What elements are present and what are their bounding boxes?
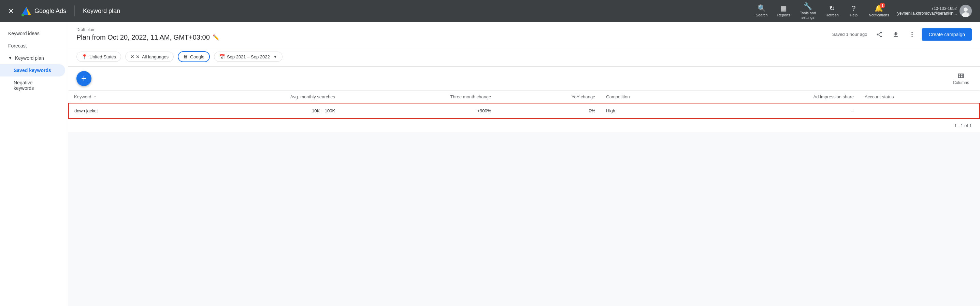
reports-nav-button[interactable]: ▦ Reports [773,2,795,19]
plan-info: Draft plan Plan from Oct 20, 2022, 11 AM… [76,27,220,41]
table-toolbar: + Columns [68,67,980,91]
cell-ad-impression: – [705,103,859,118]
date-range-filter[interactable]: 📅 Sep 2021 – Sep 2022 ▼ [214,51,283,62]
reports-icon: ▦ [780,4,787,12]
add-keyword-button[interactable]: + [76,71,91,86]
column-header-ad-impression[interactable]: Ad impression share [705,91,859,104]
avg-monthly-header-label: Avg. monthly searches [290,94,335,99]
help-nav-button[interactable]: ? Help [844,2,863,19]
language-filter[interactable]: ✕ ✕ All languages [125,51,174,62]
calendar-icon: 📅 [219,54,225,59]
more-vert-icon [909,31,915,38]
table-row[interactable]: down jacket 10K – 100K +900% 0% High – [68,103,980,118]
sort-icon: ↑ [94,95,96,99]
main-content: Draft plan Plan from Oct 20, 2022, 11 AM… [68,22,980,306]
sidebar-item-keyword-ideas-label: Keyword ideas [8,31,40,36]
search-label: Search [756,13,768,18]
svg-point-4 [964,8,968,12]
app-name: Google Ads [35,8,66,15]
cell-avg-monthly: 10K – 100K [173,103,340,118]
keyword-header-label: Keyword [74,94,91,99]
share-button[interactable] [872,28,886,41]
chevron-down-icon: ▼ [8,56,12,61]
sidebar-item-keyword-plan-label: Keyword plan [15,55,44,61]
tools-icon: 🔧 [803,2,812,10]
header-right: Saved 1 hour ago [832,28,972,41]
notification-badge: 1 [880,3,885,8]
sidebar-item-negative-keywords[interactable]: Negativekeywords [0,76,65,94]
user-email: yevheniia.khromova@serankin... [897,11,957,16]
network-filter[interactable]: 🖥 Google [178,51,210,62]
refresh-nav-button[interactable]: ↻ Refresh [821,2,843,19]
close-button[interactable]: ✕ [5,5,17,16]
sidebar-item-keyword-plan[interactable]: ▼ Keyword plan [0,52,65,64]
yoy-header-label: YoY change [571,94,595,99]
download-button[interactable] [889,28,902,41]
column-header-competition[interactable]: Competition [601,91,705,104]
share-icon [876,31,883,38]
table-area: + Columns Keyword ↑ A [68,67,980,132]
language-filter-label: All languages [142,54,169,59]
svg-point-8 [912,36,913,37]
competition-header-label: Competition [606,94,630,99]
location-icon: 📍 [81,54,88,59]
svg-point-7 [912,34,913,35]
notifications-label: Notifications [869,13,889,18]
sidebar-item-negative-keywords-label: Negativekeywords [14,80,34,91]
sidebar-item-keyword-ideas[interactable]: Keyword ideas [0,27,65,40]
search-nav-button[interactable]: 🔍 Search [752,2,772,19]
app-body: Keyword ideas Forecast ▼ Keyword plan Sa… [0,22,980,306]
plan-title: Plan from Oct 20, 2022, 11 AM, GMT+03:00… [76,33,220,41]
sidebar-item-forecast-label: Forecast [8,43,27,48]
date-range-label: Sep 2021 – Sep 2022 [227,54,270,59]
columns-button[interactable]: Columns [950,71,972,86]
more-options-button[interactable] [905,28,919,41]
page-title: Keyword plan [83,8,120,15]
sidebar-item-forecast[interactable]: Forecast [0,40,65,52]
user-avatar [959,5,972,17]
help-icon: ? [852,5,856,12]
help-label: Help [850,13,858,18]
refresh-icon: ↻ [829,4,835,12]
cell-account-status [859,103,980,118]
user-menu[interactable]: 710-133-1652 yevheniia.khromova@serankin… [895,3,975,18]
three-month-header-label: Three month change [450,94,491,99]
reports-label: Reports [777,13,791,18]
dropdown-arrow-icon: ▼ [273,54,277,59]
header-actions: Create campaign [872,28,972,41]
column-header-account-status[interactable]: Account status [859,91,980,104]
tools-nav-button[interactable]: 🔧 Tools and settings [796,0,820,22]
search-icon: 🔍 [757,4,766,12]
columns-label: Columns [953,80,969,85]
refresh-label: Refresh [826,13,839,18]
create-campaign-button[interactable]: Create campaign [922,28,972,41]
network-filter-label: Google [190,54,204,59]
edit-plan-title-button[interactable]: ✏️ [213,34,220,41]
sidebar-item-saved-keywords[interactable]: Saved keywords [0,64,65,76]
plan-title-text: Plan from Oct 20, 2022, 11 AM, GMT+03:00 [76,33,210,41]
cell-competition: High [601,103,705,118]
download-icon [892,31,899,38]
location-filter[interactable]: 📍 United States [76,51,121,62]
filters-row: 📍 United States ✕ ✕ All languages 🖥 Goog… [68,47,980,67]
column-header-keyword[interactable]: Keyword ↑ [68,91,173,104]
cell-yoy: 0% [496,103,601,118]
table-header-row: Keyword ↑ Avg. monthly searches Three mo… [68,91,980,104]
network-icon: 🖥 [183,54,188,59]
account-status-header-label: Account status [865,94,894,99]
draft-label: Draft plan [76,27,220,32]
column-header-yoy[interactable]: YoY change [496,91,601,104]
app-logo: Google Ads [21,5,66,16]
notifications-icon-wrap: 🔔 1 [875,4,883,12]
column-header-three-month[interactable]: Three month change [340,91,496,104]
location-filter-label: United States [89,54,116,59]
sidebar: Keyword ideas Forecast ▼ Keyword plan Sa… [0,22,68,306]
tools-label: Tools and settings [800,11,816,20]
top-navigation: ✕ Google Ads Keyword plan 🔍 Search ▦ Rep… [0,0,980,22]
cell-keyword: down jacket [68,103,173,118]
ad-impression-header-label: Ad impression share [813,94,854,99]
notifications-button[interactable]: 🔔 1 Notifications [865,2,893,19]
column-header-avg-monthly[interactable]: Avg. monthly searches [173,91,340,104]
svg-point-2 [22,14,24,16]
columns-icon [957,72,965,80]
